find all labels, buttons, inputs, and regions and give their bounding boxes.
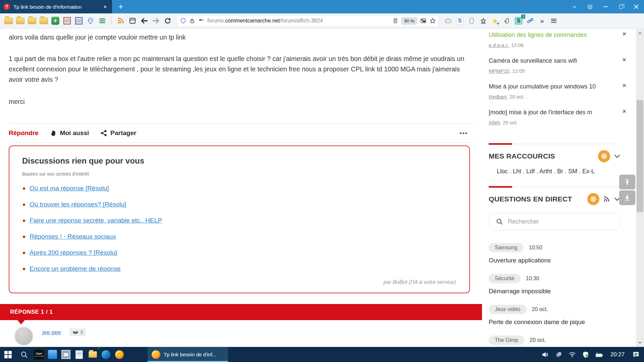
gear-icon[interactable] xyxy=(587,193,599,205)
suggestion-link[interactable]: Où est ma réponse [Résolu] xyxy=(30,185,109,192)
firefox-browser-icon[interactable] xyxy=(113,347,126,362)
app-tray-icon[interactable] xyxy=(553,351,565,358)
bookmark-folder-icon[interactable] xyxy=(3,16,13,26)
taskbar-clock[interactable]: 20:27 xyxy=(606,351,629,358)
puppet-extension-icon[interactable] xyxy=(502,16,512,26)
gimp-blue-bookmark-icon[interactable] xyxy=(74,16,84,26)
oval-extension-icon[interactable] xyxy=(467,16,477,26)
discussion-title[interactable]: Caméra de surveillance sans wifi xyxy=(489,57,623,64)
scrollbar-thumb[interactable] xyxy=(637,100,643,212)
explorer-folder-icon[interactable]: ➚ xyxy=(86,347,99,362)
overflow-chevrons-icon[interactable]: » xyxy=(537,16,547,26)
discussion-title[interactable]: Mise à jour cumulative pour windows 10 xyxy=(489,83,623,90)
star-plus-extension-icon[interactable]: ★+ xyxy=(490,16,500,26)
reader-view-icon[interactable] xyxy=(392,18,398,24)
chevron-down-icon[interactable] xyxy=(613,153,621,160)
bookmark-star-icon[interactable] xyxy=(429,17,436,24)
scrollbar-down-icon[interactable] xyxy=(636,339,644,346)
lock-icon[interactable] xyxy=(189,18,195,24)
discussion-author[interactable]: e.d.g.a.r. xyxy=(489,42,508,48)
reply-button[interactable]: Répondre xyxy=(9,129,39,137)
scroll-to-bottom-button[interactable] xyxy=(619,190,635,205)
suggestion-link[interactable]: Après 200 réponses ? [Résolu] xyxy=(30,249,117,256)
dismiss-icon[interactable]: ✕ xyxy=(622,82,627,89)
picture-in-picture-icon[interactable] xyxy=(420,17,427,24)
suggestion-link[interactable]: Réponses ! - Réseaux sociaux xyxy=(30,233,116,240)
green-menu-bookmark-icon[interactable] xyxy=(97,16,107,26)
taskbar-search-icon[interactable] xyxy=(16,347,32,362)
discussion-title[interactable]: [modo] mise à jour de l'interface des m xyxy=(489,109,623,116)
permissions-icon[interactable] xyxy=(198,17,205,24)
browser-tab[interactable]: ? Tp link besoin de d'information ✕ xyxy=(0,0,112,13)
notepad-app-icon[interactable] xyxy=(72,347,86,362)
discussion-author[interactable]: Redbart xyxy=(489,94,506,100)
zoom-level-button[interactable]: 90 % xyxy=(401,17,417,25)
topic-tag[interactable]: Sécurité xyxy=(489,274,521,283)
s-blue-extension-icon[interactable]: S xyxy=(455,16,465,26)
bookmark-box-extension-icon[interactable] xyxy=(478,16,488,26)
minimize-button[interactable] xyxy=(598,0,613,13)
me-too-button[interactable]: Moi aussi xyxy=(50,129,89,137)
topic-tag[interactable]: Jeux vidéo xyxy=(489,305,527,314)
volume-icon[interactable] xyxy=(539,351,551,359)
gear-icon[interactable] xyxy=(598,150,610,162)
tab-list-chevron-icon[interactable] xyxy=(567,0,582,13)
discussion-title[interactable]: Utilisation des lignes de commandes xyxy=(489,31,623,39)
question-title[interactable]: Perte de connexion dame de pique xyxy=(489,318,621,326)
more-options-icon[interactable]: ••• xyxy=(460,130,468,137)
restore-button[interactable] xyxy=(613,0,629,13)
link-extension-icon[interactable] xyxy=(525,16,535,26)
battery-icon[interactable] xyxy=(593,351,605,359)
blue-app-icon[interactable] xyxy=(46,347,59,362)
shortcut-links[interactable]: Lloc . Lht . Ldf . Artht . Br . SM . Ex-… xyxy=(497,168,636,175)
scrollbar[interactable] xyxy=(636,29,644,347)
back-button-icon[interactable] xyxy=(139,16,149,26)
live-search-box[interactable] xyxy=(489,213,621,230)
question-title[interactable]: Ouverture applications xyxy=(489,257,621,264)
reply-author-link[interactable]: jee pee xyxy=(42,329,61,336)
gimp-red-bookmark-icon[interactable] xyxy=(62,16,72,26)
forward-button-icon[interactable] xyxy=(151,16,161,26)
live-search-input[interactable] xyxy=(508,218,614,225)
scrollbar-up-icon[interactable] xyxy=(636,29,644,37)
dismiss-icon[interactable]: ✕ xyxy=(622,57,627,63)
tab-close-icon[interactable]: ✕ xyxy=(102,4,109,10)
photos-app-icon[interactable] xyxy=(59,347,72,362)
rss-icon[interactable] xyxy=(603,195,610,203)
suggestion-link[interactable]: Où trouver les réponses? [Résolu] xyxy=(30,201,126,208)
question-title[interactable]: Démarrage impossible xyxy=(489,288,621,295)
suggestion-link[interactable]: Encore un problème de réponse xyxy=(30,265,120,272)
cloud-extension-icon[interactable] xyxy=(443,16,453,26)
sidebar-toggle-icon[interactable] xyxy=(127,16,138,26)
action-center-icon[interactable] xyxy=(630,351,642,359)
discussion-author[interactable]: MPMP10 xyxy=(489,68,509,74)
app-menu-icon[interactable] xyxy=(549,16,559,26)
alarm-add-icon[interactable] xyxy=(582,0,598,13)
url-text[interactable]: forums.commentcamarche.net/forum/affich-… xyxy=(207,18,390,24)
active-task-button[interactable]: Tp link besoin de d'inf... xyxy=(148,347,228,362)
bookmark-folder-icon[interactable] xyxy=(27,16,37,26)
dismiss-icon[interactable]: ✕ xyxy=(622,108,627,115)
bookmark-folder-icon[interactable] xyxy=(39,16,49,26)
add-bookmark-tile-icon[interactable]: + xyxy=(50,16,60,26)
suggestion-link[interactable]: Faire une réponse secrète, variable etc.… xyxy=(30,217,162,224)
s-teal-extension-icon[interactable]: S 1 xyxy=(514,16,524,26)
start-button[interactable] xyxy=(0,347,16,362)
bookmark-folder-icon[interactable] xyxy=(15,16,25,26)
topic-tag[interactable]: The Gimp xyxy=(489,336,524,345)
topic-tag[interactable]: Samsung xyxy=(489,243,524,252)
wifi-icon[interactable] xyxy=(566,351,578,359)
tracking-shield-icon[interactable] xyxy=(180,17,186,24)
rss-icon[interactable] xyxy=(116,16,126,26)
close-window-button[interactable] xyxy=(629,0,644,13)
scroll-to-top-button[interactable] xyxy=(619,175,635,189)
defender-shield-icon[interactable] xyxy=(580,351,592,359)
handshake-badge[interactable]: 0 xyxy=(70,328,86,336)
edge-browser-icon[interactable] xyxy=(99,347,113,362)
start-tile-app-icon[interactable]: Start xyxy=(32,347,46,362)
url-bar[interactable]: forums.commentcamarche.net/forum/affich-… xyxy=(177,15,439,26)
reload-button-icon[interactable] xyxy=(163,16,173,26)
new-tab-button[interactable]: + xyxy=(112,0,129,13)
share-button[interactable]: Partager xyxy=(100,129,136,137)
dismiss-icon[interactable]: ✕ xyxy=(622,31,627,37)
